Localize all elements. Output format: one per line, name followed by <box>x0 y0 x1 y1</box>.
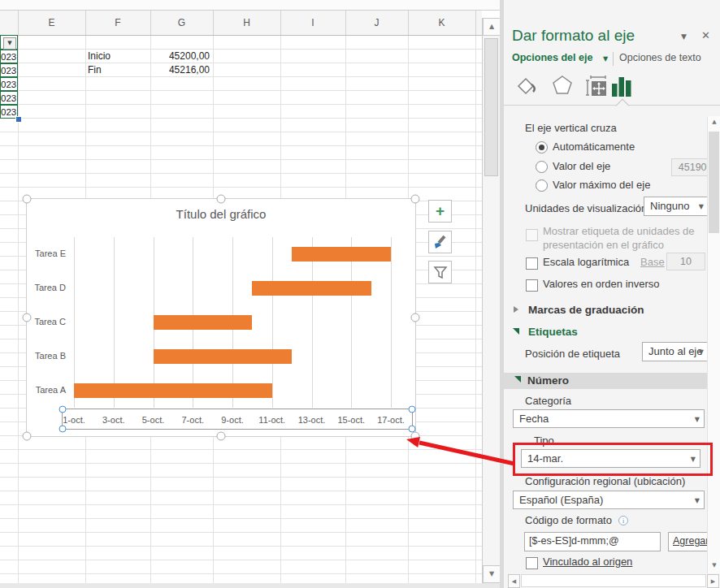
column-header-stub[interactable] <box>0 11 19 35</box>
annotation-highlight-box <box>513 443 713 476</box>
column-header-F[interactable]: F <box>85 11 151 35</box>
cell-fin-value[interactable]: 45216,00 <box>150 63 210 77</box>
chart-resize-handle[interactable] <box>411 432 420 441</box>
axis-labels-row[interactable]: 1-oct.3-oct.5-oct.7-oct.9-oct.11-oct.13-… <box>27 413 415 426</box>
chart-styles-button[interactable] <box>428 231 452 253</box>
axis-handle[interactable] <box>409 406 416 413</box>
cell-inicio-label[interactable]: Inicio <box>88 50 145 63</box>
category-label: Tarea A <box>28 385 66 395</box>
date-cell[interactable]: 023 <box>0 77 18 91</box>
cell-dropdown-button[interactable]: ▼ <box>3 37 16 50</box>
show-units-checkbox[interactable] <box>526 229 538 241</box>
chart-resize-handle[interactable] <box>411 195 420 204</box>
fill-line-tab[interactable] <box>515 76 538 100</box>
date-cell[interactable]: 023 <box>0 91 18 105</box>
chart-filters-button[interactable] <box>428 261 452 283</box>
column-header-J[interactable]: J <box>345 11 409 35</box>
chart-gridline <box>351 237 352 408</box>
tab-axis-options[interactable]: Opciones del eje <box>512 52 592 63</box>
scroll-thumb[interactable] <box>484 38 498 176</box>
reverse-order-checkbox[interactable] <box>526 279 538 292</box>
reverse-order-label[interactable]: Valores en orden inverso <box>543 278 660 290</box>
column-header-G[interactable]: G <box>150 11 214 35</box>
axis-options-tab[interactable] <box>611 75 632 101</box>
chevron-down-icon[interactable]: ▼ <box>603 55 608 63</box>
cell-inicio-value[interactable]: 45200,00 <box>150 50 210 63</box>
date-cell[interactable]: 023 <box>0 50 18 63</box>
gantt-bar[interactable] <box>154 349 293 364</box>
scroll-down-arrow[interactable]: ▼ <box>483 565 501 583</box>
column-header-K[interactable]: K <box>408 11 476 35</box>
scroll-left-arrow[interactable]: ◀ <box>508 574 520 588</box>
scroll-track[interactable] <box>521 574 706 587</box>
scroll-up-arrow[interactable]: ▲ <box>483 18 501 36</box>
radio-axis-value[interactable] <box>536 161 548 173</box>
chart-resize-handle[interactable] <box>217 432 226 441</box>
x-axis-tick-label: 17-oct. <box>371 413 410 426</box>
fill-handle[interactable] <box>15 116 22 123</box>
gantt-bar[interactable] <box>252 281 371 296</box>
radio-automatic[interactable] <box>536 141 548 153</box>
gantt-bar[interactable] <box>74 383 272 398</box>
sheet-vertical-scrollbar[interactable]: ▲ ▼ <box>482 18 501 583</box>
category-dropdown[interactable]: Fecha▼ <box>513 409 705 428</box>
tab-text-options[interactable]: Opciones de texto <box>619 52 701 63</box>
info-icon[interactable]: i <box>618 515 629 526</box>
locale-dropdown[interactable]: Español (España)▼ <box>513 491 705 509</box>
radio-axis-max-label[interactable]: Valor máximo del eje <box>553 179 650 191</box>
collapsed-triangle-icon[interactable] <box>514 306 518 313</box>
x-axis-tick-label: 9-oct. <box>213 413 252 426</box>
selected-tab-caret <box>616 99 630 113</box>
radio-automatic-label[interactable]: Automáticamente <box>553 141 635 153</box>
category-label: Tarea D <box>28 283 66 292</box>
column-header-E[interactable]: E <box>18 11 86 35</box>
log-scale-label[interactable]: Escala logarítmica <box>543 256 629 268</box>
column-header-I[interactable]: I <box>280 11 346 35</box>
chart-resize-handle[interactable] <box>23 313 32 322</box>
panel-close-icon[interactable]: ✕ <box>701 29 710 41</box>
chart-elements-button[interactable]: + <box>428 200 452 223</box>
gantt-bar[interactable] <box>292 247 391 262</box>
locale-label: Configuración regional (ubicación) <box>525 475 685 487</box>
chart-resize-handle[interactable] <box>411 313 420 322</box>
display-units-dropdown[interactable]: Ninguno▼ <box>644 197 709 216</box>
effects-tab[interactable] <box>551 74 574 100</box>
gantt-chart[interactable]: Título del gráfico Tarea ETarea DTarea C… <box>26 198 416 437</box>
tick-marks-section[interactable]: Marcas de graduación <box>528 304 644 316</box>
panel-vertical-scrollbar[interactable]: ▲ ▼ <box>707 116 720 573</box>
date-cell[interactable]: 023 <box>0 63 18 77</box>
icon-row-divider <box>504 105 720 106</box>
column-header-H[interactable]: H <box>213 11 281 35</box>
excel-window: E F G H I J K ▼ 023 023 023 023 023 Inic… <box>0 0 720 588</box>
selected-cell-dropdown-host[interactable]: ▼ <box>0 35 18 50</box>
chart-gridline <box>74 237 75 408</box>
format-axis-panel: Dar formato al eje ▼ ✕ Opciones del eje … <box>504 0 720 588</box>
scroll-right-arrow[interactable]: ▶ <box>707 574 719 588</box>
chart-resize-handle[interactable] <box>23 432 32 441</box>
panel-horizontal-scrollbar[interactable]: ◀ ▶ <box>508 574 720 588</box>
label-position-dropdown[interactable]: Junto al eje▼ <box>642 342 709 361</box>
chart-resize-handle[interactable] <box>217 195 226 204</box>
chart-plot: Tarea ETarea DTarea CTarea BTarea A <box>27 199 415 436</box>
scroll-up-arrow[interactable]: ▲ <box>708 116 720 130</box>
expanded-triangle-icon[interactable] <box>514 376 521 383</box>
scroll-down-arrow[interactable]: ▼ <box>708 560 720 573</box>
linked-to-source-checkbox[interactable] <box>526 557 538 569</box>
radio-axis-value-label[interactable]: Valor del eje <box>553 160 610 172</box>
chart-resize-handle[interactable] <box>23 195 32 204</box>
cell-fin-label[interactable]: Fin <box>88 63 145 77</box>
log-base-input[interactable]: 10 <box>666 253 705 270</box>
log-scale-checkbox[interactable] <box>526 257 538 270</box>
axis-handle[interactable] <box>59 406 67 413</box>
number-section[interactable]: Número <box>527 374 569 387</box>
gantt-bar[interactable] <box>154 315 253 330</box>
size-properties-icon <box>585 75 608 97</box>
radio-axis-max[interactable] <box>536 179 548 192</box>
expanded-triangle-icon[interactable] <box>513 328 519 335</box>
linked-to-source-label[interactable]: Vinculado al origen <box>543 556 632 568</box>
size-properties-tab[interactable] <box>585 75 608 101</box>
scroll-thumb[interactable] <box>709 132 719 233</box>
labels-section[interactable]: Etiquetas <box>528 326 578 338</box>
panel-menu-chevron-icon[interactable]: ▼ <box>681 32 687 41</box>
format-code-input[interactable]: [$-es-ES]d-mmm;@ <box>524 532 661 551</box>
